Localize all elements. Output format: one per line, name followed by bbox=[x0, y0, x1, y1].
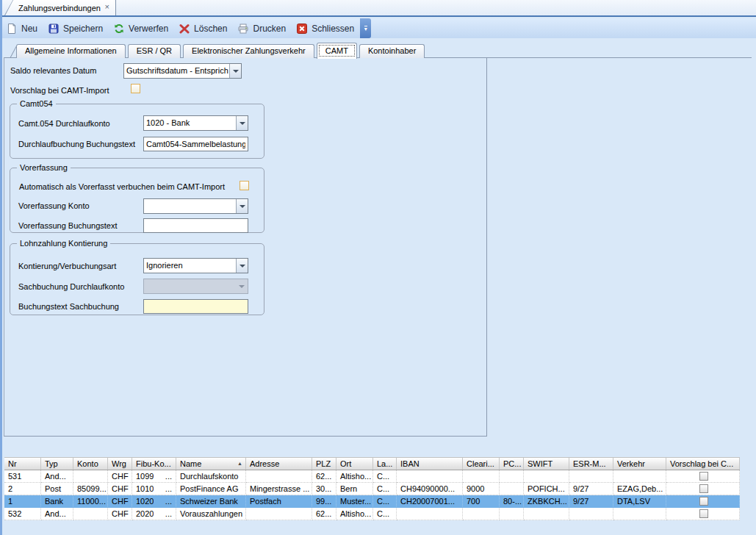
grid-body: 531And...CHF1099...Durchlaufskonto62...A… bbox=[4, 470, 740, 520]
table-cell: 62... bbox=[312, 470, 336, 483]
chevron-down-icon[interactable] bbox=[236, 259, 248, 273]
table-cell bbox=[500, 483, 524, 495]
camt054-durchlaufkonto-label: Camt.054 Durchlaufkonto bbox=[18, 119, 110, 128]
camt054-group-title: Camt054 bbox=[17, 99, 56, 108]
table-cell: And... bbox=[41, 470, 73, 483]
vorschlag-camt-import-checkbox[interactable] bbox=[131, 84, 140, 93]
window-left-edge bbox=[0, 0, 2, 535]
table-cell bbox=[569, 470, 613, 483]
table-cell bbox=[246, 470, 312, 483]
row-checkbox[interactable] bbox=[699, 509, 708, 518]
table-cell bbox=[569, 508, 613, 520]
column-header-fibu-ko[interactable]: Fibu-Ko... bbox=[132, 458, 176, 470]
table-cell: Durchlaufskonto bbox=[176, 470, 246, 483]
column-header-verkehr[interactable]: Verkehr bbox=[613, 458, 666, 470]
table-cell: CH20007001... bbox=[397, 495, 463, 508]
table-cell-checkbox bbox=[666, 483, 740, 495]
page-tab-strip: Allgemeine InformationenESR / QRElektron… bbox=[6, 43, 427, 58]
tab-kontoinhaber[interactable]: Kontoinhaber bbox=[359, 44, 425, 58]
column-header-ort[interactable]: Ort bbox=[336, 458, 373, 470]
document-tab-bar: Zahlungsverbindungen × bbox=[0, 0, 756, 17]
column-header-esr-m[interactable]: ESR-M... bbox=[569, 458, 613, 470]
table-cell: ZKBKCH... bbox=[524, 495, 569, 508]
column-header-iban[interactable]: IBAN bbox=[397, 458, 463, 470]
toolbar-button-drucken[interactable]: Drucken bbox=[233, 18, 292, 38]
tab-esr-qr[interactable]: ESR / QR bbox=[128, 44, 181, 58]
table-cell-checkbox bbox=[666, 495, 740, 508]
column-header-plz[interactable]: PLZ bbox=[312, 458, 336, 470]
column-header-adresse[interactable]: Adresse bbox=[246, 458, 312, 470]
toolbar-buttons: NeuSpeichernVerwerfenLöschenDruckenSchli… bbox=[0, 18, 360, 38]
column-header-la[interactable]: La... bbox=[373, 458, 397, 470]
table-cell: CHF bbox=[108, 508, 132, 520]
table-cell: Vorauszahlungen bbox=[176, 508, 246, 520]
toolbar-button-label: Schliessen bbox=[312, 24, 354, 34]
toolbar-button-label: Löschen bbox=[194, 24, 227, 34]
column-header-vorschlag-bei-c[interactable]: Vorschlag bei C... bbox=[666, 458, 740, 470]
table-row[interactable]: 531And...CHF1099...Durchlaufskonto62...A… bbox=[4, 470, 740, 483]
camt054-durchlaufkonto-combo[interactable]: 1020 - Bank bbox=[143, 115, 248, 131]
table-row[interactable]: 1Bank11000...CHF1020...Schweizer BankPos… bbox=[4, 495, 740, 508]
vorerfassung-auto-label: Automatisch als Vorerfasst verbuchen bei… bbox=[19, 182, 225, 191]
vorerfassung-konto-combo[interactable] bbox=[143, 198, 248, 214]
tab-allgemeine-informationen[interactable]: Allgemeine Informationen bbox=[16, 44, 126, 58]
new-page-icon bbox=[6, 23, 18, 35]
toolbar-overflow-icon bbox=[364, 26, 367, 32]
table-cell: 1020... bbox=[132, 495, 176, 508]
column-header-name[interactable]: Name▲ bbox=[176, 458, 246, 470]
sort-ascending-icon: ▲ bbox=[237, 459, 244, 466]
delete-icon bbox=[179, 23, 190, 35]
table-cell bbox=[463, 470, 500, 483]
kontierung-verbuchungsart-combo[interactable]: Ignorieren bbox=[143, 258, 248, 273]
table-cell bbox=[500, 508, 524, 520]
column-header-nr[interactable]: Nr bbox=[4, 458, 41, 470]
row-checkbox[interactable] bbox=[699, 472, 708, 481]
row-checkbox[interactable] bbox=[699, 497, 708, 506]
table-cell: 1010... bbox=[132, 483, 176, 495]
table-cell: CHF bbox=[108, 483, 132, 495]
toolbar-button-loeschen[interactable]: Löschen bbox=[174, 18, 233, 38]
save-icon bbox=[48, 23, 60, 35]
table-cell: Altisho... bbox=[336, 470, 373, 483]
table-row[interactable]: 2Post85099...CHF1010...PostFinance AGMin… bbox=[4, 483, 740, 495]
lohnzahlung-group-title: Lohnzahlung Kontierung bbox=[17, 239, 110, 248]
saldo-datum-combo[interactable]: Gutschriftsdatum - Entsprich bbox=[123, 63, 242, 79]
column-header-cleari[interactable]: Cleari... bbox=[463, 458, 500, 470]
chevron-down-icon[interactable] bbox=[229, 64, 241, 78]
column-header-pc[interactable]: PC... bbox=[500, 458, 524, 470]
column-header-typ[interactable]: Typ bbox=[41, 458, 73, 470]
column-header-wrg[interactable]: Wrg bbox=[108, 458, 132, 470]
table-cell-checkbox bbox=[666, 470, 740, 483]
tab-camt[interactable]: CAMT bbox=[317, 43, 357, 59]
table-cell: 9/27 bbox=[569, 483, 613, 495]
toolbar-button-label: Speichern bbox=[63, 24, 103, 34]
column-header-swift[interactable]: SWIFT bbox=[524, 458, 569, 470]
toolbar-button-schliessen[interactable]: Schliessen bbox=[292, 18, 360, 38]
chevron-down-icon[interactable] bbox=[236, 116, 248, 130]
durchlaufbuchung-buchungstext-label: Durchlaufbuchung Buchungstext bbox=[18, 140, 135, 148]
table-cell: C... bbox=[373, 508, 397, 520]
toolbar-button-verwerfen[interactable]: Verwerfen bbox=[109, 18, 174, 38]
document-tab-label: Zahlungsverbindungen bbox=[18, 4, 101, 12]
document-tab-zahlungsverbindungen[interactable]: Zahlungsverbindungen × bbox=[4, 0, 116, 15]
toolbar-button-neu[interactable]: Neu bbox=[1, 18, 43, 38]
tab-strip-lead-decoration bbox=[6, 45, 16, 58]
chevron-down-icon[interactable] bbox=[236, 199, 248, 213]
buchungstext-sachbuchung-input[interactable] bbox=[143, 299, 248, 314]
toolbar-overflow-button[interactable] bbox=[360, 18, 371, 38]
table-cell: C... bbox=[373, 483, 397, 495]
print-icon bbox=[237, 23, 249, 35]
table-cell: 62... bbox=[312, 508, 336, 520]
vorerfassung-auto-checkbox[interactable] bbox=[240, 181, 249, 190]
row-checkbox[interactable] bbox=[699, 484, 708, 493]
vorerfassung-konto-label: Vorerfassung Konto bbox=[18, 201, 90, 210]
column-header-konto[interactable]: Konto bbox=[73, 458, 108, 470]
durchlaufbuchung-buchungstext-input[interactable] bbox=[143, 137, 248, 151]
toolbar-button-speichern[interactable]: Speichern bbox=[43, 18, 109, 38]
vorerfassung-buchungstext-input[interactable] bbox=[143, 218, 248, 233]
table-cell bbox=[73, 470, 108, 483]
table-cell: Schweizer Bank bbox=[176, 495, 246, 508]
table-row[interactable]: 532And...CHF2020...Vorauszahlungen62...A… bbox=[4, 508, 740, 520]
tab-elektronischer-zahlungsverkehr[interactable]: Elektronischer Zahlungsverkehr bbox=[183, 44, 314, 58]
document-tab-close-icon[interactable]: × bbox=[105, 2, 109, 11]
